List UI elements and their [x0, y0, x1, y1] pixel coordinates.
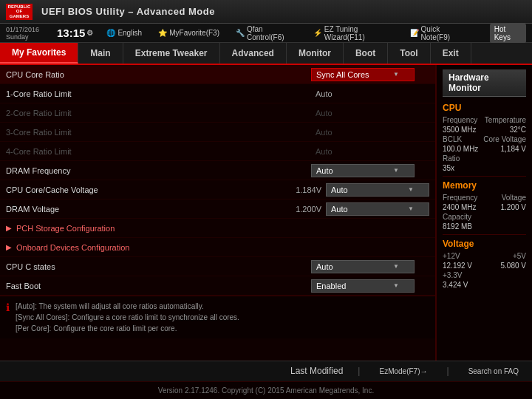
cpu-core-ratio-dropdown[interactable]: Sync All Cores ▼ — [311, 68, 415, 81]
dram-voltage-label: DRAM Voltage — [6, 202, 284, 216]
language-shortcut[interactable]: 🌐 English — [103, 27, 145, 38]
4core-ratio-value: Auto — [311, 146, 429, 157]
hw-cpu-freq-label: Frequency — [443, 116, 477, 124]
main-content: CPU Core Ratio Sync All Cores ▼ 1-Core R… — [0, 65, 532, 361]
cpu-core-ratio-value: Sync All Cores ▼ — [311, 68, 429, 81]
fast-boot-row: Fast Boot Enabled ▼ — [0, 276, 435, 296]
tab-favorites[interactable]: My Favorites — [0, 43, 78, 64]
quicknote-label: Quick Note(F9) — [421, 25, 466, 41]
hardware-monitor-header: Hardware Monitor — [443, 69, 526, 97]
qfan-shortcut[interactable]: 🔧 Qfan Control(F6) — [233, 24, 300, 43]
favorites-label: MyFavorite(F3) — [169, 29, 219, 37]
hw-mem-cap-label-row: Capacity — [443, 213, 526, 221]
expand-arrow-icon: ▶ — [6, 224, 12, 232]
pch-storage-row[interactable]: ▶ PCH Storage Configuration — [0, 219, 435, 238]
eztuning-label: EZ Tuning Wizard(F11) — [324, 25, 394, 41]
rog-logo: REPUBLIC OFGAMERS — [6, 4, 33, 20]
3core-ratio-label: 3-Core Ratio Limit — [6, 125, 311, 140]
hw-mem-freq-val-row: 2400 MHz 1.200 V — [443, 203, 526, 211]
tab-exit[interactable]: Exit — [431, 43, 471, 64]
hw-cpu-freq-row: Frequency Temperature — [443, 116, 526, 124]
tab-tool[interactable]: Tool — [388, 43, 430, 64]
language-label: English — [117, 29, 142, 37]
1core-ratio-row: 1-Core Ratio Limit Auto — [0, 84, 435, 103]
hardware-monitor-panel: Hardware Monitor CPU Frequency Temperatu… — [436, 65, 532, 361]
rog-logo-area: REPUBLIC OFGAMERS — [6, 4, 33, 20]
search-faq-button[interactable]: Search on FAQ — [464, 366, 523, 377]
cpu-core-ratio-label: CPU Core Ratio — [6, 67, 311, 82]
hw-volt-12-value: 12.192 V — [443, 262, 472, 270]
date-display: 01/17/2016 Sunday — [6, 26, 47, 41]
cpu-cache-voltage-dropdown[interactable]: Auto ▼ — [326, 183, 429, 197]
2core-ratio-label: 2-Core Ratio Limit — [6, 106, 311, 120]
dram-freq-dropdown[interactable]: Auto ▼ — [311, 164, 415, 177]
4core-ratio-label: 4-Core Ratio Limit — [6, 144, 311, 159]
fast-boot-dropdown[interactable]: Enabled ▼ — [311, 279, 415, 293]
bios-title: UEFI BIOS Utility – Advanced Mode — [41, 6, 215, 17]
hw-cpu-title: CPU — [443, 103, 526, 113]
onboard-devices-row[interactable]: ▶ Onboard Devices Configuration — [0, 238, 435, 257]
hw-mem-freq-label-row: Frequency Voltage — [443, 194, 526, 202]
tab-advanced[interactable]: Advanced — [220, 43, 287, 64]
qfan-label: Qfan Control(F6) — [247, 25, 297, 41]
time-settings-icon[interactable]: ⚙ — [86, 29, 93, 37]
ezmode-button[interactable]: EzMode(F7)→ — [375, 366, 432, 377]
hw-cpu-freq-val-row: 3500 MHz 32°C — [443, 126, 526, 134]
cpu-core-ratio-row: CPU Core Ratio Sync All Cores ▼ — [0, 65, 435, 84]
eztuning-icon: ⚡ — [313, 29, 322, 37]
hw-volt-12-label: +12V — [443, 252, 460, 260]
info-bar: ℹ [Auto]: The system will adjust all cor… — [0, 296, 435, 338]
hw-cpu-bclk-label: BCLK — [443, 135, 462, 143]
hw-mem-freq-value: 2400 MHz — [443, 203, 477, 211]
favorites-shortcut[interactable]: ⭐ MyFavorite(F3) — [155, 27, 222, 38]
hw-volt-5-value: 5.080 V — [501, 262, 526, 270]
hw-volt-33-val-row: 3.424 V — [443, 281, 526, 289]
cpu-c-states-dropdown[interactable]: Auto ▼ — [311, 260, 415, 273]
hotkeys-button[interactable]: Hot Keys — [490, 24, 526, 43]
2core-ratio-row: 2-Core Ratio Limit Auto — [0, 103, 435, 123]
language-icon: 🌐 — [106, 29, 115, 37]
tab-main[interactable]: Main — [78, 43, 123, 64]
footer-right: Last Modified | EzMode(F7)→ | Search on … — [290, 366, 523, 377]
onboard-devices-label: Onboard Devices Configuration — [16, 240, 429, 255]
tab-boot[interactable]: Boot — [344, 43, 388, 64]
dram-freq-label: DRAM Frequency — [6, 163, 311, 178]
last-modified-label: Last Modified — [290, 366, 343, 377]
tab-extreme-tweaker[interactable]: Extreme Tweaker — [123, 43, 220, 64]
hw-mem-volt-value: 1.200 V — [501, 203, 526, 211]
cpu-c-states-value: Auto ▼ — [311, 260, 429, 273]
footer-divider-1: | — [358, 366, 360, 377]
hw-cpu-corevolt-value: 1,184 V — [501, 145, 526, 153]
cpu-cache-voltage-value: 1.184V Auto ▼ — [284, 183, 429, 197]
hw-volt-33-value: 3.424 V — [443, 281, 468, 289]
hw-volt-33-label: +3.3V — [443, 271, 462, 279]
hw-mem-cap-val-row: 8192 MB — [443, 222, 526, 231]
dram-voltage-dropdown[interactable]: Auto ▼ — [326, 202, 429, 216]
cpu-c-states-label: CPU C states — [6, 259, 311, 274]
hw-voltage-title: Voltage — [443, 239, 526, 249]
expand-arrow-icon: ▶ — [6, 243, 12, 251]
dropdown-arrow-icon: ▼ — [393, 71, 399, 78]
date: 01/17/2016 — [6, 26, 47, 33]
tab-monitor[interactable]: Monitor — [287, 43, 344, 64]
settings-panel: CPU Core Ratio Sync All Cores ▼ 1-Core R… — [0, 65, 436, 361]
dropdown-arrow-icon: ▼ — [393, 263, 399, 270]
version-text: Version 2.17.1246. Copyright (C) 2015 Am… — [158, 386, 374, 395]
hw-mem-volt-label: Voltage — [502, 194, 526, 202]
nav-tabs: My Favorites Main Extreme Tweaker Advanc… — [0, 43, 532, 65]
1core-ratio-value: Auto — [311, 88, 429, 100]
hw-cpu-bclk-val-row: 100.0 MHz 1,184 V — [443, 145, 526, 153]
day: Sunday — [6, 33, 47, 41]
cpu-cache-voltage-label: CPU Core/Cache Voltage — [6, 183, 284, 197]
dram-voltage-value: 1.200V Auto ▼ — [284, 202, 429, 216]
hw-cpu-bclk-value: 100.0 MHz — [443, 145, 478, 153]
2core-ratio-value: Auto — [311, 107, 429, 119]
dram-voltage-row: DRAM Voltage 1.200V Auto ▼ — [0, 200, 435, 219]
fast-boot-value: Enabled ▼ — [311, 279, 429, 293]
hw-volt-33-label-row: +3.3V — [443, 271, 526, 279]
time-display: 13:15 ⚙ — [57, 27, 93, 39]
hw-memory-title: Memory — [443, 180, 526, 191]
dropdown-arrow-icon: ▼ — [393, 167, 399, 174]
eztuning-shortcut[interactable]: ⚡ EZ Tuning Wizard(F11) — [310, 24, 397, 43]
quicknote-shortcut[interactable]: 📝 Quick Note(F9) — [407, 24, 469, 43]
